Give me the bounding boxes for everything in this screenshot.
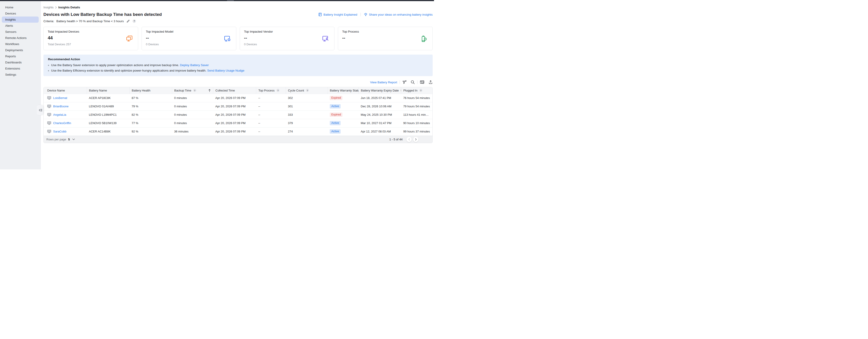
- card-subtitle: [342, 43, 428, 46]
- sidebar-collapse-toggle[interactable]: [37, 105, 43, 115]
- device-link[interactable]: BrianBoone: [53, 105, 68, 108]
- column-header-warranty-expiry[interactable]: Battery Warranty Expiry Date?: [359, 87, 401, 94]
- sidebar-item-sensors[interactable]: Sensors: [2, 29, 39, 35]
- monitor-icon: [47, 96, 51, 100]
- export-icon[interactable]: [429, 80, 433, 84]
- sidebar-item-extensions[interactable]: Extensions: [2, 65, 39, 72]
- cycle-count-cell: 274: [286, 127, 328, 136]
- plugged-in-cell: 79 hours 54 minutes: [401, 102, 432, 111]
- card-title: Top Impacted Model: [146, 30, 232, 33]
- collected-time-cell: Apr 20, 2026 07:09 PM: [213, 102, 256, 111]
- top-bar-segment: [227, 0, 234, 1]
- plugged-in-cell: 113 hours 41 minutes: [401, 111, 432, 119]
- criteria-help-icon[interactable]: ?: [132, 20, 136, 23]
- sidebar-item-dashboards[interactable]: Dashboards: [2, 59, 39, 65]
- chevron-down-icon: [72, 139, 75, 140]
- column-header-device-name[interactable]: Device Name: [44, 87, 87, 94]
- backup-time-cell: 0 minutes: [172, 111, 213, 119]
- breadcrumb: Insights Insights Details: [43, 6, 433, 9]
- column-header-backup-time[interactable]: Backup Time?: [172, 87, 213, 94]
- help-icon[interactable]: ?: [193, 89, 196, 92]
- plugged-in-cell: 76 hours 54 minutes: [401, 94, 432, 102]
- sidebar-item-reports[interactable]: Reports: [2, 53, 39, 59]
- edit-criteria-icon[interactable]: [126, 20, 130, 23]
- battery-insight-explained-link[interactable]: Battery Insight Explained: [318, 13, 357, 16]
- column-header-top-process[interactable]: Top Process?: [256, 87, 286, 94]
- breadcrumb-insights[interactable]: Insights: [43, 6, 54, 9]
- monitor-icon: [47, 113, 51, 116]
- sort-ascending-icon[interactable]: [208, 89, 211, 92]
- search-icon[interactable]: [411, 80, 415, 84]
- help-icon[interactable]: ?: [276, 89, 280, 92]
- deploy-battery-saver-link[interactable]: Deploy Battery Saver: [180, 63, 209, 67]
- cycle-count-cell: 301: [286, 102, 328, 111]
- status-badge: Expired: [330, 96, 342, 100]
- help-icon[interactable]: ?: [306, 89, 309, 92]
- top-process-cell: --: [256, 111, 286, 119]
- collected-time-cell: Apr 20, 2026 07:09 PM: [213, 111, 256, 119]
- status-badge: Expired: [330, 113, 342, 117]
- device-link[interactable]: LoisBernat: [53, 96, 67, 100]
- recommendation-text: Use the Battery Efficiency extension to …: [51, 69, 207, 72]
- backup-time-cell: 0 minutes: [172, 94, 213, 102]
- device-link[interactable]: AngelaLia: [53, 113, 66, 116]
- backup-time-cell: 0 minutes: [172, 102, 213, 111]
- column-header-battery-name[interactable]: Battery Name: [87, 87, 129, 94]
- device-link[interactable]: CharlesGriffin: [53, 121, 71, 125]
- device-link[interactable]: SaraCobb: [53, 130, 66, 133]
- next-page-button[interactable]: [413, 137, 418, 142]
- column-header-warranty-status[interactable]: Battery Warranty Status: [328, 87, 359, 94]
- recommendation-text: Use the Battery Saver extension to apply…: [51, 63, 180, 67]
- sidebar-item-remote-actions[interactable]: Remote Actions: [2, 35, 39, 41]
- share-ideas-link[interactable]: Share your ideas on enhancing battery in…: [364, 13, 433, 16]
- table-row: LoisBernat ACER AP18C8K 87 % 0 minutes A…: [44, 94, 432, 102]
- battery-name-cell: LENOVO 01AV489: [87, 102, 129, 111]
- status-badge: Active: [330, 129, 341, 134]
- card-title: Top Impacted Vendor: [244, 30, 330, 33]
- column-header-plugged-in[interactable]: Plugged In?: [401, 87, 432, 94]
- battery-health-cell: 92 %: [129, 127, 172, 136]
- status-badge: Active: [330, 104, 341, 109]
- filter-icon[interactable]: [402, 80, 407, 84]
- previous-page-button[interactable]: [406, 137, 412, 142]
- sidebar-item-workflows[interactable]: Workflows: [2, 41, 39, 47]
- sidebar-item-insights[interactable]: Insights: [2, 17, 39, 23]
- warranty-status-cell: Expired: [328, 111, 359, 119]
- column-header-cycle-count[interactable]: Cycle Count?: [286, 87, 328, 94]
- send-battery-usage-nudge-link[interactable]: Send Battery Usage Nudge: [207, 69, 244, 72]
- help-icon[interactable]: ?: [419, 89, 423, 92]
- sidebar-item-deployments[interactable]: Deployments: [2, 47, 39, 53]
- stat-card-total-impacted-devices: Total Impacted Devices 44 Total Devices …: [43, 27, 138, 50]
- battery-gear-icon: [421, 35, 428, 43]
- top-process-cell: --: [256, 119, 286, 127]
- collapse-sidebar-icon: [39, 109, 42, 112]
- breadcrumb-current: Insights Details: [58, 6, 80, 9]
- view-battery-report-link[interactable]: View Battery Report: [370, 81, 397, 84]
- monitor-icon: [47, 130, 51, 133]
- card-title: Total Impacted Devices: [48, 30, 134, 33]
- divider: [417, 80, 417, 84]
- warranty-expiry-cell: Dec 28, 2026 10:06 AM: [359, 102, 401, 111]
- backup-time-cell: 36 minutes: [172, 127, 213, 136]
- monitor-gear-icon: [224, 35, 231, 43]
- page-title: Devices with Low Battery Backup Time has…: [43, 12, 162, 17]
- table-row: CharlesGriffin LENOVO 5B10W139 77 % 0 mi…: [44, 119, 432, 127]
- recommended-action-item: Use the Battery Efficiency extension to …: [48, 69, 428, 72]
- monitor-icon: [47, 121, 51, 125]
- stat-card-top-impacted-model: Top Impacted Model -- 0 Devices: [142, 27, 236, 50]
- card-value: --: [342, 35, 428, 40]
- rows-per-page-label: Rows per page: [46, 138, 66, 141]
- column-settings-icon[interactable]: [420, 80, 425, 84]
- sidebar-item-home[interactable]: Home: [2, 4, 39, 10]
- table-footer: Rows per page 5 1 - 5 of 44: [44, 136, 432, 143]
- rows-per-page-select[interactable]: 5: [68, 138, 74, 141]
- sidebar-item-alerts[interactable]: Alerts: [2, 23, 39, 29]
- battery-health-cell: 82 %: [129, 111, 172, 119]
- battery-name-cell: ACER AP18C8K: [87, 94, 129, 102]
- column-header-collected-time[interactable]: Collected Time: [213, 87, 256, 94]
- sidebar-item-settings[interactable]: Settings: [2, 72, 39, 78]
- sidebar-item-devices[interactable]: Devices: [2, 10, 39, 17]
- cycle-count-cell: 302: [286, 94, 328, 102]
- column-header-battery-health[interactable]: Battery Health: [129, 87, 172, 94]
- monitor-user-icon: [322, 35, 329, 43]
